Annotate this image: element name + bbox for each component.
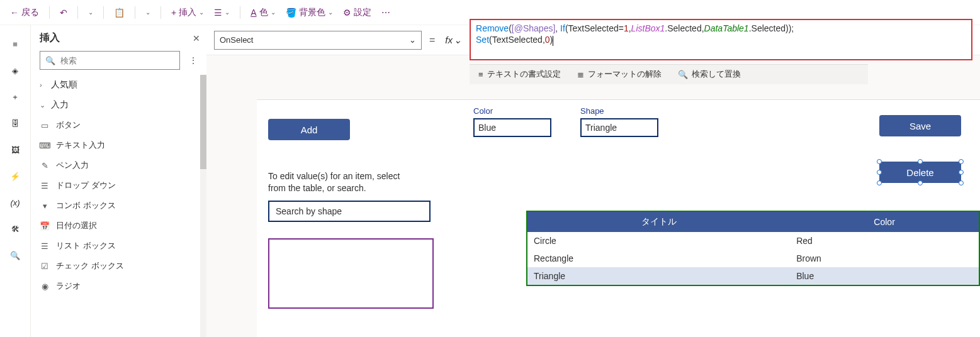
shape-label: Shape <box>580 106 658 116</box>
cell-title: Rectangle <box>527 250 790 267</box>
item-label: テキスト入力 <box>56 140 105 151</box>
pen-icon: ✎ <box>40 160 50 170</box>
app-canvas[interactable]: Add Color Blue Shape Triangle Save Delet… <box>257 99 980 337</box>
undo-button[interactable]: ↶ <box>56 3 71 22</box>
font-color-button[interactable]: A 色 ⌄ <box>247 3 279 22</box>
shape-input[interactable]: Triangle <box>580 118 658 137</box>
resize-handle[interactable] <box>959 159 964 164</box>
insert-item-datepicker[interactable]: 📅日付の選択 <box>31 216 200 236</box>
chevron-down-icon: ⌄ <box>328 9 333 16</box>
panel-more-icon[interactable]: ⋮ <box>186 55 200 65</box>
table-header-title[interactable]: タイトル <box>527 212 790 232</box>
table-header-color[interactable]: Color <box>790 212 979 232</box>
data-icon[interactable]: 🗄 <box>9 117 21 130</box>
table-row[interactable]: RectangleBrown <box>527 250 979 267</box>
variables-icon[interactable]: (x) <box>9 196 21 209</box>
scrollbar-thumb[interactable] <box>200 75 206 169</box>
paint-bucket-icon: 🪣 <box>286 8 296 18</box>
divider <box>135 6 135 19</box>
listbox1[interactable] <box>268 238 434 309</box>
format-icon: ≡ <box>478 70 483 79</box>
formula-editor[interactable]: Remove([@Shapes], If(TextSelected=1,List… <box>470 19 972 60</box>
panel-search-input[interactable] <box>60 56 174 65</box>
resize-handle[interactable] <box>918 159 923 164</box>
tree-view-icon[interactable]: ≡ <box>9 38 21 50</box>
ellipsis-icon: ⋯ <box>381 8 390 18</box>
back-button[interactable]: ← 戻る <box>6 3 43 22</box>
formula-bar: OnSelect ⌄ = fx⌄ Remove([@Shapes], If(Te… <box>206 25 980 55</box>
insert-icon[interactable]: + <box>9 91 21 103</box>
advanced-tools-icon[interactable]: 🛠 <box>9 223 21 235</box>
paste-button[interactable]: 📋 <box>110 3 128 22</box>
info-line1: To edit value(s) for an item, select <box>268 170 969 182</box>
resize-handle[interactable] <box>959 170 964 175</box>
color-label: 色 <box>259 7 268 18</box>
power-automate-icon[interactable]: ⚡ <box>9 170 21 182</box>
chevron-down-icon: ⌄ <box>271 9 276 16</box>
datatable1[interactable]: タイトル Color CircleRed RectangleBrown Tria… <box>526 211 980 286</box>
more-button[interactable]: ⋯ <box>378 3 394 22</box>
add-label: Add <box>301 124 318 135</box>
search-icon[interactable]: 🔍 <box>9 249 21 262</box>
insert-button[interactable]: + 挿入 ⌄ <box>167 3 208 22</box>
settings-button[interactable]: ⚙ 設定 <box>339 3 375 22</box>
fx-button[interactable]: fx⌄ <box>442 35 465 46</box>
format-text-button[interactable]: ≡テキストの書式設定 <box>478 69 561 80</box>
font-color-icon: A <box>251 8 256 18</box>
formula-subbar: ≡テキストの書式設定 ≣フォーマットの解除 🔍検索して置換 <box>470 64 868 84</box>
insert-item-peninput[interactable]: ✎ペン入力 <box>31 155 200 175</box>
clipboard-icon: 📋 <box>114 8 125 18</box>
paste-dropdown[interactable]: ⌄ <box>142 3 154 22</box>
table-row[interactable]: CircleRed <box>527 232 979 250</box>
item-label: 日付の選択 <box>56 220 97 231</box>
save-label: Save <box>910 121 931 131</box>
back-label: 戻る <box>21 7 39 18</box>
add-button[interactable]: Add <box>268 119 350 140</box>
save-button[interactable]: Save <box>879 115 961 136</box>
property-selector[interactable]: OnSelect ⌄ <box>214 31 422 50</box>
resize-handle[interactable] <box>918 180 923 185</box>
undo-icon: ↶ <box>60 8 67 18</box>
panel-scrollbar[interactable] <box>200 75 206 337</box>
insert-item-textinput[interactable]: ⌨テキスト入力 <box>31 135 200 155</box>
insert-item-dropdown[interactable]: ☰ドロップ ダウン <box>31 175 200 196</box>
item-label: リスト ボックス <box>56 240 116 251</box>
listbox-icon: ☰ <box>40 241 50 251</box>
table-row[interactable]: TriangleBlue <box>527 267 979 285</box>
item-label: ペン入力 <box>56 160 89 171</box>
chevron-down-icon: ⌄ <box>199 9 204 16</box>
category-popular[interactable]: › 人気順 <box>31 75 200 95</box>
cell-title: Triangle <box>527 267 790 285</box>
find-replace-button[interactable]: 🔍検索して置換 <box>678 69 741 80</box>
delete-label: Delete <box>906 167 933 178</box>
list-button[interactable]: ☰ ⌄ <box>210 3 234 22</box>
resize-handle[interactable] <box>959 180 964 185</box>
insert-item-radio[interactable]: ◉ラジオ <box>31 276 200 296</box>
plus-icon: + <box>171 8 176 18</box>
search-by-shape-input[interactable]: Search by shape <box>268 201 431 222</box>
resize-handle[interactable] <box>877 180 882 185</box>
close-icon[interactable]: ✕ <box>193 33 200 43</box>
resize-handle[interactable] <box>877 159 882 164</box>
chevron-down-icon: ⌄ <box>409 35 416 45</box>
layers-icon[interactable]: ◈ <box>9 64 21 77</box>
category-input[interactable]: ⌄ 入力 <box>31 95 200 115</box>
insert-item-combobox[interactable]: ▾コンボ ボックス <box>31 196 200 216</box>
delete-button[interactable]: Delete <box>879 162 961 183</box>
checkbox-icon: ☑ <box>40 261 50 271</box>
insert-item-button[interactable]: ▭ボタン <box>31 115 200 135</box>
resize-handle[interactable] <box>877 170 882 175</box>
chevron-down-icon: ⌄ <box>88 9 93 16</box>
color-input[interactable]: Blue <box>473 118 551 137</box>
item-label: ドロップ ダウン <box>56 180 116 191</box>
fill-color-button[interactable]: 🪣 背景色 ⌄ <box>282 3 337 22</box>
insert-item-checkbox[interactable]: ☑チェック ボックス <box>31 256 200 276</box>
search-icon: 🔍 <box>45 56 55 65</box>
undo-dropdown[interactable]: ⌄ <box>84 3 97 22</box>
media-icon[interactable]: 🖼 <box>9 143 21 156</box>
remove-format-button[interactable]: ≣フォーマットの解除 <box>577 69 662 80</box>
panel-search-box[interactable]: 🔍 <box>40 51 180 70</box>
divider <box>49 6 50 19</box>
cell-color: Brown <box>790 250 979 267</box>
insert-item-listbox[interactable]: ☰リスト ボックス <box>31 236 200 256</box>
